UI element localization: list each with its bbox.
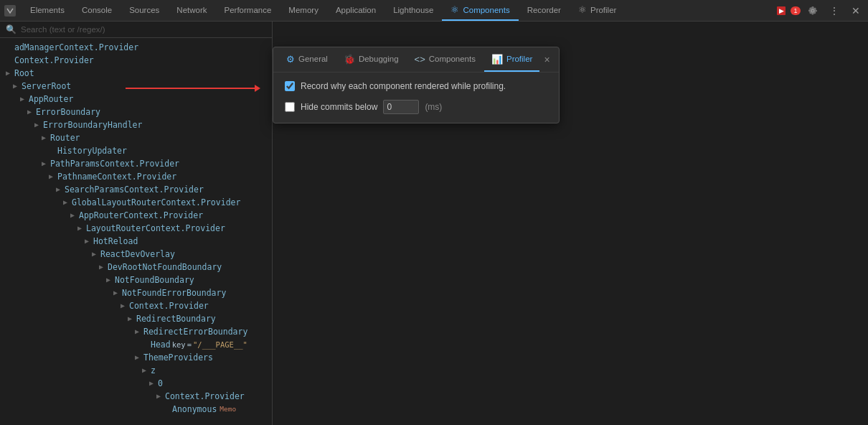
tree-tag: RedirectErrorBoundary	[143, 326, 247, 337]
search-input[interactable]	[21, 25, 266, 34]
tree-arrow: ▶	[49, 171, 56, 182]
tab-memory-label: Memory	[288, 6, 319, 14]
popup-tab-profiler[interactable]: 📊 Profiler	[484, 47, 539, 72]
tree-arrow: ▶	[92, 248, 99, 260]
tab-network[interactable]: Network	[168, 0, 215, 21]
tree-arrow: ▶	[27, 106, 34, 118]
tree-item[interactable]: Head key="/___PAGE__"	[0, 338, 272, 351]
tree-arrow	[164, 403, 171, 415]
tree-tag: ReactDevOverlay	[100, 248, 175, 260]
tree-item[interactable]: ▶Router	[0, 131, 272, 144]
tree-item[interactable]: ▶Root	[0, 67, 272, 80]
gear-icon: ⚙	[286, 54, 295, 65]
tab-components[interactable]: ⚛ Components	[442, 0, 518, 21]
tree-arrow: ▶	[106, 274, 113, 286]
close-devtools-btn[interactable]: ✕	[846, 1, 865, 20]
tree-tag: Anonymous	[172, 403, 217, 415]
tree-item[interactable]: ▶RedirectBoundary	[0, 312, 272, 325]
tab-profiler[interactable]: ⚛ Profiler	[570, 0, 625, 21]
tree-item[interactable]: ▶SearchParamsContext.Provider	[0, 183, 272, 196]
tree-item[interactable]: Context.Provider	[0, 54, 272, 67]
tree-arrow: ▶	[70, 210, 77, 221]
tree-arrow: ▶	[99, 261, 106, 273]
popup-content: Record why each component rendered while…	[273, 73, 559, 123]
tree-item[interactable]: ▶DevRootNotFoundBoundary	[0, 261, 272, 274]
tree-tag: ServerRoot	[22, 80, 71, 92]
hide-commits-checkbox[interactable]	[285, 102, 295, 112]
tab-application[interactable]: Application	[327, 0, 385, 21]
hide-commits-input[interactable]	[383, 100, 419, 114]
tree-arrow: ▶	[149, 378, 156, 389]
top-bar-right: ▶ 1 ⋮ ✕	[772, 1, 865, 20]
close-popup-btn[interactable]: ×	[541, 52, 553, 67]
tree-item[interactable]: ▶HotReload	[0, 235, 272, 248]
tree-item[interactable]: ▶PathParamsContext.Provider	[0, 157, 272, 170]
tree-tag: PathnameContext.Provider	[57, 171, 176, 182]
hide-commits-unit: (ms)	[425, 102, 442, 112]
code-icon: <>	[415, 54, 425, 65]
settings-btn[interactable]	[803, 1, 822, 20]
left-panel: 🔍 adManagerContext.Provider Context.Prov…	[0, 22, 273, 425]
record-why-checkbox[interactable]	[285, 81, 295, 91]
tree-item[interactable]: Anonymous Memo	[0, 403, 272, 416]
tab-recorder[interactable]: Recorder	[519, 0, 570, 21]
tree-item[interactable]: ▶z	[0, 364, 272, 377]
tree-item[interactable]: ▶ErrorBoundaryHandler	[0, 118, 272, 131]
tree-tag: z	[151, 365, 156, 376]
popup-tab-general[interactable]: ⚙ General	[279, 47, 335, 72]
tab-lighthouse-label: Lighthouse	[393, 6, 433, 14]
tree-tag: HotReload	[93, 235, 138, 247]
tab-performance[interactable]: Performance	[216, 0, 280, 21]
tab-profiler-label: Profiler	[590, 6, 616, 14]
arrow-head	[255, 85, 260, 92]
tab-elements-label: Elements	[30, 6, 65, 14]
tree-arrow: ▶	[34, 119, 42, 131]
tree-item[interactable]: ▶NotFoundBoundary	[0, 274, 272, 286]
popup-tab-debugging[interactable]: 🐞 Debugging	[336, 47, 406, 72]
tree-item[interactable]: HistoryUpdater	[0, 144, 272, 157]
tree-tag: Context.Provider	[14, 55, 94, 66]
tree-item[interactable]: ▶RedirectErrorBoundary	[0, 325, 272, 338]
tree-tag: DevRootNotFoundBoundary	[108, 261, 222, 273]
tree-item[interactable]: ▶0	[0, 377, 272, 390]
tree-tag: NotFoundBoundary	[115, 274, 194, 286]
hide-commits-row: Hide commits below (ms)	[285, 100, 547, 114]
tree-item[interactable]: ▶GlobalLayoutRouterContext.Provider	[0, 196, 272, 209]
tree-tag: RedirectBoundary	[136, 313, 216, 324]
tree-item[interactable]: ▶LayoutRouterContext.Provider	[0, 222, 272, 235]
tree-arrow	[49, 145, 56, 157]
tab-console[interactable]: Console	[73, 0, 121, 21]
tree-item[interactable]: adManagerContext.Provider	[0, 41, 272, 54]
popup-tab-components-label: Components	[429, 55, 476, 63]
tab-lighthouse[interactable]: Lighthouse	[385, 0, 442, 21]
top-bar: Elements Console Sources Network Perform…	[0, 0, 868, 22]
tree-tag: NotFoundErrorBoundary	[122, 287, 226, 299]
tab-application-label: Application	[336, 6, 376, 14]
memo-badge: Memo	[220, 403, 236, 415]
tab-sources[interactable]: Sources	[121, 0, 168, 21]
tree-item[interactable]: ▶ErrorBoundary	[0, 106, 272, 118]
tab-elements[interactable]: Elements	[22, 0, 73, 21]
tree-item[interactable]: ▶Context.Provider	[0, 299, 272, 312]
tree-item[interactable]: ▶NotFoundErrorBoundary	[0, 286, 272, 299]
devtools-logo[interactable]	[3, 4, 17, 18]
tree-item[interactable]: ▶ReactDevOverlay	[0, 248, 272, 261]
tree-tag: adManagerContext.Provider	[14, 42, 138, 53]
tree-item[interactable]: ▶AppRouterContext.Provider	[0, 209, 272, 222]
popup-tab-components[interactable]: <> Components	[407, 47, 483, 72]
tree-tag: ErrorBoundaryHandler	[43, 119, 142, 131]
tree-item[interactable]: ▶ThemeProviders	[0, 351, 272, 364]
tree-tag: GlobalLayoutRouterContext.Provider	[72, 197, 240, 208]
tree-item[interactable]: ▶PathnameContext.Provider	[0, 170, 272, 183]
tree-arrow: ▶	[121, 300, 128, 312]
more-options-btn[interactable]: ⋮	[825, 1, 844, 20]
tree-tag: 0	[158, 378, 163, 389]
tab-memory[interactable]: Memory	[280, 0, 327, 21]
error-icon-btn[interactable]: ▶	[772, 1, 791, 20]
tree-item[interactable]: ▶Context.Provider	[0, 390, 272, 403]
popup-tabs: ⚙ General 🐞 Debugging <> Components 📊 Pr…	[273, 47, 559, 73]
tab-network-label: Network	[176, 6, 207, 14]
right-panel: ⚙ General 🐞 Debugging <> Components 📊 Pr…	[273, 22, 868, 425]
tab-recorder-label: Recorder	[527, 6, 561, 14]
tree-item[interactable]: ▶AppRouter	[0, 93, 272, 106]
